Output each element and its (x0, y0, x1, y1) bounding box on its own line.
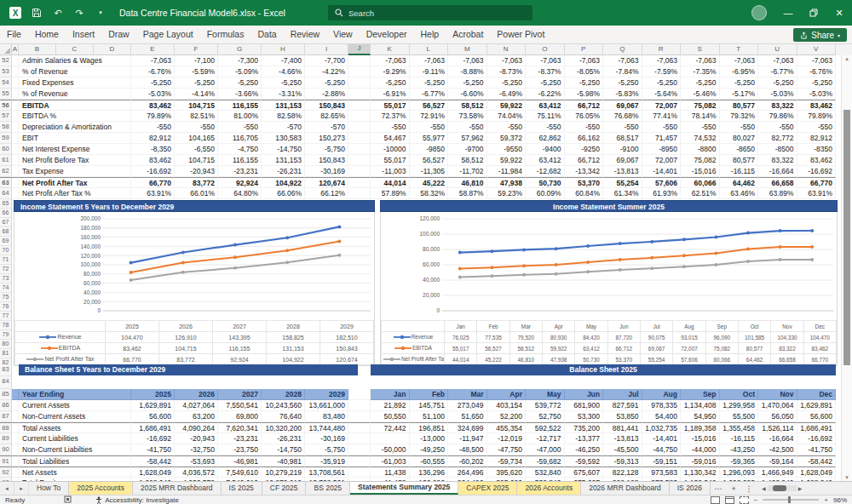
tab-options-icon[interactable]: ⋮ (741, 482, 757, 495)
cell-month-value[interactable]: 1,629,891 (797, 400, 837, 411)
cell-month-value[interactable]: 83,322 (758, 155, 797, 166)
cell-month-value[interactable]: 51,100 (410, 411, 449, 422)
hscroll-track[interactable] (768, 485, 797, 491)
cell-month-value[interactable]: 56,050 (758, 411, 797, 422)
cell-year-value[interactable]: -5,250 (175, 77, 218, 89)
cell[interactable] (12, 400, 19, 411)
cell-year-value[interactable]: 130,583 (262, 133, 305, 144)
cell-month-value[interactable]: -14,401 (642, 433, 682, 444)
cell-year-value[interactable]: -4.66% (262, 66, 305, 77)
sheet-tab-2025-mrr-dashboard[interactable]: 2025 MRR Dashboard (133, 482, 222, 495)
month-column-header[interactable]: Apr (487, 389, 527, 400)
cell-month-value[interactable]: -5,250 (487, 77, 527, 89)
row-header-gutter[interactable]: 656667686970717273747576777879808182 (0, 199, 12, 364)
cell-year-value[interactable]: 131,153 (262, 100, 305, 111)
cell-month-value[interactable]: 68,517 (603, 133, 642, 144)
cell-month-value[interactable]: 79.86% (758, 111, 797, 122)
cell-year-value[interactable]: -6.76% (131, 66, 175, 77)
row-header-80[interactable]: 80 (0, 340, 11, 349)
cell-year-value[interactable]: -7,700 (305, 55, 348, 66)
row-header-78[interactable]: 78 (0, 321, 11, 330)
cell-year-value[interactable]: 13,744,480 (305, 422, 348, 433)
cell-month-value[interactable]: -13,813 (603, 166, 642, 177)
balance-sheet-5yr-title[interactable]: Balance Sheet 5 Years to December 2029 (19, 364, 358, 375)
column-header-B[interactable]: B (19, 44, 56, 55)
cell-month-value[interactable]: -12,717 (526, 433, 565, 444)
cell-year-value[interactable]: -4,750 (218, 144, 262, 155)
cell-month-value[interactable]: 395,620 (487, 467, 527, 478)
cell-month-value[interactable]: -14,401 (642, 166, 682, 177)
cell-month-value[interactable] (371, 433, 410, 444)
cell-month-value[interactable]: -7.35% (681, 66, 720, 77)
cell-year-value[interactable]: 66.06% (262, 188, 305, 199)
column-header-D[interactable]: D (94, 44, 131, 55)
cell-month-value[interactable]: -5,250 (448, 77, 487, 89)
cell-month-value[interactable]: -9400 (526, 144, 565, 155)
cell-year-value[interactable]: -14,750 (262, 144, 305, 155)
cell-month-value[interactable]: -5,250 (797, 77, 837, 89)
cell[interactable] (348, 422, 371, 433)
cell-month-value[interactable]: 54,950 (681, 411, 720, 422)
new-sheet-icon[interactable]: + (726, 482, 741, 495)
cell-month-value[interactable]: -45,500 (603, 444, 642, 455)
cell-month-value[interactable]: 539,772 (526, 400, 565, 411)
cell-month-value[interactable]: -46,250 (565, 444, 604, 455)
column-header-L[interactable]: L (410, 44, 449, 55)
cell-year-value[interactable]: 10,243,560 (262, 400, 305, 411)
month-column-header[interactable]: Jul (603, 389, 642, 400)
sheet-tab-is-2025[interactable]: IS 2025 (222, 482, 262, 495)
cell[interactable] (12, 467, 19, 478)
cell-year-value[interactable]: -26,231 (262, 433, 305, 444)
cell-month-value[interactable]: 62.51% (681, 188, 720, 199)
cell-year-value[interactable]: -32,750 (175, 444, 218, 455)
cell-month-value[interactable]: -6.77% (410, 89, 449, 100)
cell-month-value[interactable]: 79.32% (720, 111, 759, 122)
ribbon-tab-view[interactable]: View (326, 26, 360, 43)
cell-year-value[interactable]: 104,715 (175, 155, 218, 166)
cell-month-value[interactable]: 80,577 (720, 100, 759, 111)
cell-month-value[interactable]: -7,063 (410, 55, 449, 66)
sheet-nav-left-icon[interactable]: ◂ (0, 482, 14, 495)
cell-month-value[interactable]: -5.46% (681, 89, 720, 100)
cell-month-value[interactable]: 75,082 (681, 155, 720, 166)
cell-year-value[interactable]: 150,843 (305, 100, 348, 111)
cell-month-value[interactable]: -8.05% (565, 66, 604, 77)
cell-year-value[interactable]: -2.88% (305, 89, 348, 100)
cell-month-value[interactable]: 136,296 (410, 467, 449, 478)
cell[interactable] (12, 133, 19, 144)
cell[interactable] (12, 66, 19, 77)
cell-year-value[interactable]: -20,943 (175, 433, 218, 444)
cell-month-value[interactable]: 47,938 (487, 177, 527, 188)
sheet-tab-2026-mrr-dashboard[interactable]: 2026 MRR Dashboard (581, 482, 670, 495)
cell-year-value[interactable]: 1,686,491 (131, 422, 175, 433)
cell-month-value[interactable]: 83,462 (797, 100, 837, 111)
cell-month-value[interactable]: -16,115 (720, 166, 759, 177)
column-header-U[interactable]: U (758, 44, 797, 55)
cell-year-value[interactable]: -20,943 (175, 166, 218, 177)
cell-month-value[interactable]: 978,335 (642, 400, 682, 411)
cell-year-value[interactable]: -7,100 (175, 55, 218, 66)
cell-month-value[interactable]: -59,164 (758, 455, 797, 467)
cell-year-value[interactable]: 79.89% (131, 111, 175, 122)
cell[interactable] (348, 122, 371, 133)
row-header-90[interactable]: 90 (0, 444, 12, 455)
row-header-70[interactable]: 70 (0, 246, 11, 255)
cell[interactable] (348, 455, 371, 467)
cell-year-value[interactable]: -4.22% (305, 66, 348, 77)
cell-year-value[interactable]: 82.58% (262, 111, 305, 122)
row-header-57[interactable]: 57 (0, 111, 12, 122)
cell-month-value[interactable]: 57.89% (371, 188, 410, 199)
cell-month-value[interactable]: -5.64% (642, 89, 682, 100)
cell-year-value[interactable]: 63,200 (175, 411, 218, 422)
row-header-76[interactable]: 76 (0, 302, 11, 312)
save-icon[interactable] (30, 6, 43, 20)
cell-year-value[interactable]: -46,981 (218, 455, 262, 467)
cell-month-value[interactable]: 57,606 (642, 177, 682, 188)
cell[interactable] (348, 144, 371, 155)
cell-year-value[interactable]: 116,155 (218, 100, 262, 111)
row-header-72[interactable]: 72 (0, 265, 11, 274)
cell-year-value[interactable]: -35,919 (305, 455, 348, 467)
cell-month-value[interactable]: 71,457 (642, 133, 682, 144)
cell[interactable] (348, 100, 371, 111)
cell[interactable] (348, 111, 371, 122)
